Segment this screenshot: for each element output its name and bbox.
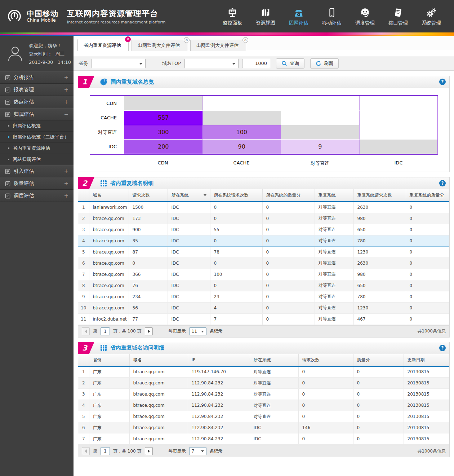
table-row[interactable]: 7btrace.qq.com366IDC1000对等直连9800 <box>78 269 449 280</box>
tab-2[interactable]: 出网监测大文件评估× <box>190 40 246 51</box>
table-cell: 0 <box>406 269 449 280</box>
table-cell: 0 <box>353 433 404 445</box>
column-header: 重复系统 <box>315 189 353 202</box>
table-cell: btrace.qq.com <box>89 257 129 269</box>
table-cell: 对等直连 <box>315 269 353 280</box>
help-icon[interactable]: ? <box>439 345 446 351</box>
nav-label: 监控面板 <box>223 20 242 26</box>
table-cell: 对等直连 <box>315 257 353 269</box>
nav-item-6[interactable]: 系统管理 <box>422 6 441 26</box>
close-icon[interactable]: × <box>242 37 248 43</box>
table-row[interactable]: 4广东btrace.qq.com112.90.84.232对等直连0020130… <box>78 400 449 411</box>
sidebar-item-0[interactable]: 分析报告+ <box>0 71 74 84</box>
tab-1[interactable]: 出网监测大文件评估× <box>132 40 187 51</box>
per-page-select[interactable]: 7 <box>189 447 206 455</box>
page-number-input[interactable]: 1 <box>101 447 110 455</box>
gears-icon <box>426 6 437 18</box>
table-cell: 0 <box>298 411 353 422</box>
sidebar-item-2[interactable]: 热点评估+ <box>0 96 74 108</box>
submenu-item-0[interactable]: 归属评估概览 <box>0 120 74 132</box>
sidebar-item-1[interactable]: 报表管理+ <box>0 84 74 96</box>
table-row[interactable]: 5btrace.qq.com87IDC780对等直连12300 <box>78 246 449 257</box>
table-row[interactable]: 5广东btrace.qq.com112.90.84.232对等直连0020130… <box>78 411 449 422</box>
table-row[interactable]: 2广东btrace.qq.com112.90.84.232对等直连0020130… <box>78 378 449 389</box>
table-row[interactable]: 6btrace.qq.com0IDC00对等直连26300 <box>78 257 449 269</box>
nav-item-0[interactable]: 监控面板 <box>223 6 242 26</box>
sort-caret-icon[interactable] <box>204 194 206 196</box>
sidebar-item-5[interactable]: 质量评估+ <box>0 177 74 190</box>
table-row[interactable]: 3btrace.qq.com900IDC550对等直连6500 <box>78 224 449 235</box>
arrow-left-icon <box>85 330 87 333</box>
prev-page-button[interactable] <box>82 327 90 335</box>
nav-item-4[interactable]: 调度管理 <box>355 6 375 26</box>
table-row[interactable]: 11infoc2.duba.net77IDC70对等直连4670 <box>78 313 449 325</box>
expand-icon: + <box>64 193 68 199</box>
table-row[interactable]: 9btrace.qq.com234IDC230对等直连7800 <box>78 291 449 302</box>
table-cell: 77 <box>129 313 168 325</box>
table-row[interactable]: 1广东btrace.qq.com119.147.146.70对等直连002013… <box>78 366 449 378</box>
table-icon <box>100 180 107 187</box>
china-mobile-logo-icon <box>6 8 23 25</box>
table-row[interactable]: 3广东btrace.qq.com112.90.84.232对等直连0020130… <box>78 389 449 400</box>
row-index: 7 <box>78 433 89 445</box>
submenu-item-2[interactable]: 省内重复资源评估 <box>0 143 74 154</box>
nav-item-2[interactable]: 固网评估 <box>289 6 308 26</box>
user-info: 欢迎您，魏华！ 登录时间： 周三 2013-9-30 14:10 <box>29 42 71 66</box>
top-count-input[interactable] <box>242 59 270 68</box>
table-row[interactable]: 6广东btrace.qq.com112.90.84.232IDC14602013… <box>78 422 449 433</box>
submenu-item-1[interactable]: 归属评估概览（二级平台） <box>0 132 74 143</box>
nav-item-3[interactable]: 移动评估 <box>322 6 342 26</box>
next-page-button[interactable] <box>145 327 153 335</box>
refresh-button[interactable]: 刷新 <box>310 58 339 69</box>
table-cell: 87 <box>129 246 168 257</box>
table-cell: 35 <box>129 235 168 246</box>
submenu-label: 网站归属评估 <box>13 156 41 163</box>
submenu-item-3[interactable]: 网站归属评估 <box>0 154 74 165</box>
per-page-label: 每页显示 <box>169 328 186 334</box>
prev-page-button[interactable] <box>82 447 90 455</box>
sidebar-item-6[interactable]: 调度评估+ <box>0 190 74 202</box>
help-icon[interactable]: ? <box>439 180 446 186</box>
bullet-icon <box>8 125 9 127</box>
per-page-select[interactable]: 11 <box>189 327 206 335</box>
help-icon[interactable]: ? <box>439 79 446 85</box>
table-cell: 0 <box>298 389 353 400</box>
per-page-value: 11 <box>192 329 197 334</box>
query-button[interactable]: 查询 <box>276 58 304 69</box>
sidebar-item-3[interactable]: 归属评估− <box>0 108 74 120</box>
table-row[interactable]: 10btrace.qq.com56IDC40对等直连12300 <box>78 302 449 313</box>
table-cell: btrace.qq.com <box>129 366 188 378</box>
table-cell: IDC <box>168 291 210 302</box>
table-cell: 0 <box>353 400 404 411</box>
table-row[interactable]: 4btrace.qq.com35IDC00对等直连7800 <box>78 235 449 246</box>
matrix-cell <box>202 96 281 111</box>
table-cell: 2630 <box>353 202 406 213</box>
close-icon[interactable]: × <box>184 37 190 43</box>
platform-title: 互联网内容资源管理平台 <box>67 8 166 19</box>
column-header: 所在系统 <box>168 189 210 202</box>
domain-top-select[interactable] <box>184 59 239 68</box>
page-number-input[interactable]: 1 <box>101 327 110 335</box>
tab-bar: 省内重复资源评估×出网监测大文件评估×出网监测大文件评估× <box>74 36 454 51</box>
nav-item-5[interactable]: 接口管理 <box>388 6 408 26</box>
province-select[interactable] <box>92 59 146 68</box>
table-row[interactable]: 8btrace.qq.com76IDC00对等直连6500 <box>78 280 449 291</box>
table-icon <box>100 344 107 351</box>
table-cell: 119.147.146.70 <box>188 366 250 378</box>
section1-title: 国内重复域名总览 <box>111 79 154 85</box>
table-cell: 20130815 <box>404 378 449 389</box>
matrix-cell: 200 <box>124 140 202 154</box>
tab-label: 出网监测大文件评估 <box>138 43 180 48</box>
table-row[interactable]: 7广东btrace.qq.com112.90.84.232IDC00201308… <box>78 433 449 445</box>
column-label: 所在系统 <box>254 357 271 362</box>
sidebar-item-4[interactable]: 引入评估+ <box>0 165 74 177</box>
table-row[interactable]: 2btrace.qq.com173IDC00对等直连9800 <box>78 213 449 224</box>
app-header: 中国移动 China Mobile 互联网内容资源管理平台 Internet c… <box>0 0 454 32</box>
table-cell: IDC <box>168 280 210 291</box>
nav-item-1[interactable]: 资源视图 <box>256 6 275 26</box>
tab-0[interactable]: 省内重复资源评估× <box>77 39 129 51</box>
table-cell: btrace.qq.com <box>89 224 129 235</box>
next-page-button[interactable] <box>145 447 153 455</box>
table-row[interactable]: 1lanlanwork.com1500IDC00对等直连26300 <box>78 202 449 213</box>
close-icon[interactable]: × <box>125 36 131 42</box>
